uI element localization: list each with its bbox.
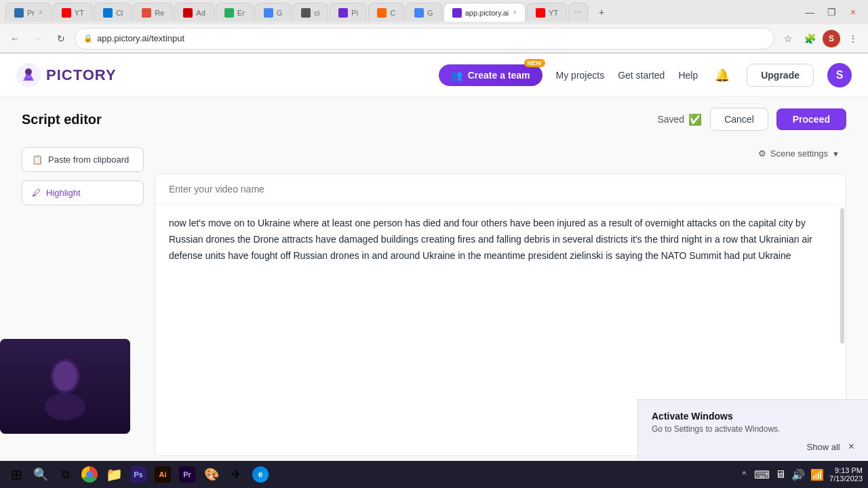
taskbar-ai-icon[interactable]: Ai [152, 464, 174, 485]
create-team-button[interactable]: 👥 Create a team NEW [439, 64, 542, 86]
svg-point-3 [45, 393, 85, 420]
notification-close-button[interactable]: × [848, 441, 854, 453]
browser-tab-more[interactable]: ⋯ [568, 3, 588, 22]
restore-window-button[interactable]: ❐ [822, 3, 841, 22]
taskbar-audio-icon[interactable]: 🔊 [791, 468, 805, 481]
saved-indicator: Saved ✅ [657, 113, 702, 126]
scrollbar[interactable] [840, 208, 844, 344]
browser-tab-cl[interactable]: Cl [94, 3, 132, 22]
editor-header: Script editor Saved ✅ Cancel Proceed [0, 97, 868, 142]
logo-text: PICTORY [46, 66, 117, 84]
forward-button[interactable]: → [28, 29, 47, 48]
saved-check-icon: ✅ [688, 113, 702, 126]
show-all-button[interactable]: Show all [807, 442, 840, 452]
browser-tab-er[interactable]: Er [216, 3, 254, 22]
taskbar: ⊞ 🔍 ⧉ 📁 Ps Ai Pr 🎨 ✈ e ^ ⌨ 🖥 🔊 📶 9:13 PM… [0, 461, 868, 488]
taskbar-pr-icon[interactable]: Pr [176, 464, 198, 485]
browser-tab-pi-active[interactable]: app.pictory.ai × [443, 3, 526, 22]
svg-point-4 [53, 361, 77, 391]
saved-label: Saved [657, 114, 684, 125]
browser-tab-re[interactable]: Re [133, 3, 173, 22]
app-header: PICTORY 👥 Create a team NEW My projects … [0, 54, 868, 97]
close-window-button[interactable]: × [844, 3, 863, 22]
address-text: app.pictory.ai/textinput [97, 33, 184, 43]
highlight-button[interactable]: 🖊 Highlight [22, 180, 144, 205]
paste-btn-label: Paste from clipboard [48, 155, 129, 165]
taskbar-start-button[interactable]: ⊞ [5, 464, 27, 485]
browser-tab-ci[interactable]: ci [292, 3, 328, 22]
browser-tab-pr[interactable]: Pr × [5, 3, 52, 22]
notification-text: Go to Settings to activate Windows. [652, 424, 854, 434]
notification-bottom: Show all × [652, 441, 854, 453]
browser-tab-yt2[interactable]: YT [527, 3, 567, 22]
tab-close-icon[interactable]: × [513, 9, 517, 16]
taskbar-taskview-button[interactable]: ⧉ [54, 464, 76, 485]
taskbar-chevron-up[interactable]: ^ [739, 468, 749, 481]
taskbar-network-icon[interactable]: 📶 [810, 468, 824, 481]
new-badge: NEW [524, 59, 545, 67]
taskbar-search-button[interactable]: 🔍 [30, 464, 52, 485]
page-title: Script editor [22, 112, 102, 127]
lock-icon: 🔒 [83, 34, 93, 43]
back-button[interactable]: ← [5, 29, 24, 48]
taskbar-keyboard-icon[interactable]: ⌨ [754, 468, 770, 481]
people-icon: 👥 [451, 70, 462, 81]
taskbar-ps-icon[interactable]: Ps [127, 464, 149, 485]
my-projects-link[interactable]: My projects [556, 70, 605, 81]
toolbar-icons: ☆ 🧩 S ⋮ [778, 29, 863, 48]
get-started-link[interactable]: Get started [618, 70, 665, 81]
browser-tabs: Pr × YT Cl Re Ad Er G ci [0, 0, 868, 24]
taskbar-files-icon[interactable]: 📁 [103, 464, 125, 485]
browser-toolbar: ← → ↻ 🔒 app.pictory.ai/textinput ☆ 🧩 S ⋮ [0, 24, 868, 53]
notification-title: Activate Windows [652, 411, 854, 422]
create-team-label: Create a team [468, 70, 530, 81]
settings-button[interactable]: ⋮ [844, 29, 863, 48]
browser-tab-g2[interactable]: G [406, 3, 442, 22]
taskbar-monitor-icon[interactable]: 🖥 [775, 468, 786, 481]
cancel-button[interactable]: Cancel [710, 108, 768, 131]
new-tab-button[interactable]: + [592, 3, 611, 22]
browser-tab-c2[interactable]: C [368, 3, 404, 22]
reload-button[interactable]: ↻ [52, 29, 71, 48]
taskbar-paint-icon[interactable]: 🎨 [201, 464, 222, 485]
bookmark-button[interactable]: ☆ [778, 29, 797, 48]
taskbar-chrome-icon[interactable] [79, 464, 100, 485]
chevron-down-icon: ▼ [832, 150, 840, 158]
taskbar-clock[interactable]: 9:13 PM 7/13/2023 [829, 466, 863, 483]
highlight-btn-label: Highlight [46, 188, 81, 198]
address-bar[interactable]: 🔒 app.pictory.ai/textinput [75, 28, 774, 49]
browser-chrome: Pr × YT Cl Re Ad Er G ci [0, 0, 868, 54]
face-silhouette [38, 352, 92, 420]
scene-settings-label: Scene settings [770, 148, 828, 159]
browser-tab-yt[interactable]: YT [53, 3, 93, 22]
extension-button[interactable]: 🧩 [800, 29, 819, 48]
camera-feed [0, 339, 130, 434]
proceed-button[interactable]: Proceed [776, 108, 846, 130]
header-nav: 👥 Create a team NEW My projects Get star… [439, 63, 852, 87]
logo-area[interactable]: PICTORY [16, 63, 117, 87]
video-name-input[interactable] [155, 174, 846, 205]
clipboard-icon: 📋 [32, 155, 43, 165]
svg-point-1 [25, 68, 32, 75]
notifications-button[interactable]: 🔔 [711, 64, 733, 86]
logo-icon [16, 63, 41, 87]
minimize-window-button[interactable]: — [800, 3, 819, 22]
scene-settings-bar: ⚙ Scene settings ▼ [155, 142, 846, 165]
browser-tab-ad[interactable]: Ad [174, 3, 214, 22]
browser-tab-g1[interactable]: G [255, 3, 292, 22]
windows-notification: Activate Windows Go to Settings to activ… [637, 399, 868, 461]
taskbar-date-text: 7/13/2023 [829, 474, 863, 483]
taskbar-edge-icon[interactable]: e [250, 464, 271, 485]
taskbar-email-icon[interactable]: ✈ [225, 464, 247, 485]
profile-avatar: S [823, 30, 840, 47]
user-avatar[interactable]: S [827, 63, 852, 87]
paste-from-clipboard-button[interactable]: 📋 Paste from clipboard [22, 147, 144, 172]
upgrade-button[interactable]: Upgrade [747, 64, 814, 87]
browser-tab-pi1[interactable]: Pi [330, 3, 367, 22]
highlight-icon: 🖊 [32, 188, 41, 198]
scene-settings-button[interactable]: ⚙ Scene settings ▼ [751, 144, 846, 163]
profile-button[interactable]: S [822, 29, 841, 48]
taskbar-right: ^ ⌨ 🖥 🔊 📶 9:13 PM 7/13/2023 [739, 466, 863, 483]
help-link[interactable]: Help [678, 70, 698, 81]
gear-icon: ⚙ [758, 148, 766, 159]
